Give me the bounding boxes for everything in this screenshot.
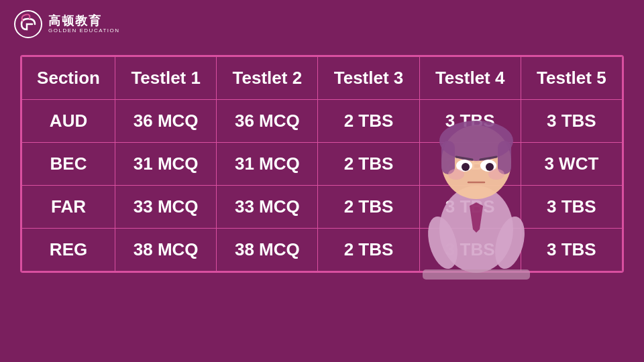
cell-r3-c1: 38 MCQ [115,229,217,272]
cell-r3-c3: 2 TBS [318,229,419,272]
testlet-table: Section Testlet 1 Testlet 2 Testlet 3 Te… [21,56,623,272]
cell-r2-c5: 3 TBS [521,186,622,229]
logo-chinese: 高顿教育 [48,15,120,28]
cell-r1-c4: 2 TBS [419,143,521,186]
cell-r0-c0: AUD [22,100,115,143]
table-row: FAR33 MCQ33 MCQ2 TBS3 TBS3 TBS [22,186,623,229]
table-row: BEC31 MCQ31 MCQ2 TBS2 TBS3 WCT [22,143,623,186]
cell-r2-c1: 33 MCQ [115,186,217,229]
cell-r0-c3: 2 TBS [318,100,419,143]
table-row: REG38 MCQ38 MCQ2 TBS3 TBS3 TBS [22,229,623,272]
cell-r3-c5: 3 TBS [521,229,622,272]
logo-english: GOLDEN EDUCATION [48,28,120,34]
cell-r2-c0: FAR [22,186,115,229]
logo-icon [13,9,43,39]
logo-text: 高顿教育 GOLDEN EDUCATION [48,15,120,34]
col-header-section: Section [22,57,115,100]
cell-r1-c5: 3 WCT [521,143,622,186]
table-row: AUD36 MCQ36 MCQ2 TBS3 TBS3 TBS [22,100,623,143]
header: 高顿教育 GOLDEN EDUCATION [0,0,644,48]
col-header-testlet5: Testlet 5 [521,57,622,100]
cell-r0-c2: 36 MCQ [217,100,318,143]
cell-r3-c0: REG [22,229,115,272]
cell-r1-c3: 2 TBS [318,143,419,186]
data-table-wrapper: Section Testlet 1 Testlet 2 Testlet 3 Te… [20,55,624,273]
col-header-testlet1: Testlet 1 [115,57,217,100]
cell-r3-c2: 38 MCQ [217,229,318,272]
cell-r0-c4: 3 TBS [419,100,521,143]
cell-r0-c1: 36 MCQ [115,100,217,143]
cell-r2-c4: 3 TBS [419,186,521,229]
col-header-testlet2: Testlet 2 [217,57,318,100]
cell-r2-c3: 2 TBS [318,186,419,229]
cell-r1-c2: 31 MCQ [217,143,318,186]
logo: 高顿教育 GOLDEN EDUCATION [13,9,120,39]
cell-r3-c4: 3 TBS [419,229,521,272]
cell-r1-c0: BEC [22,143,115,186]
cell-r0-c5: 3 TBS [521,100,622,143]
main-content: Section Testlet 1 Testlet 2 Testlet 3 Te… [0,48,644,286]
col-header-testlet4: Testlet 4 [419,57,521,100]
col-header-testlet3: Testlet 3 [318,57,419,100]
cell-r1-c1: 31 MCQ [115,143,217,186]
cell-r2-c2: 33 MCQ [217,186,318,229]
table-header-row: Section Testlet 1 Testlet 2 Testlet 3 Te… [22,57,623,100]
